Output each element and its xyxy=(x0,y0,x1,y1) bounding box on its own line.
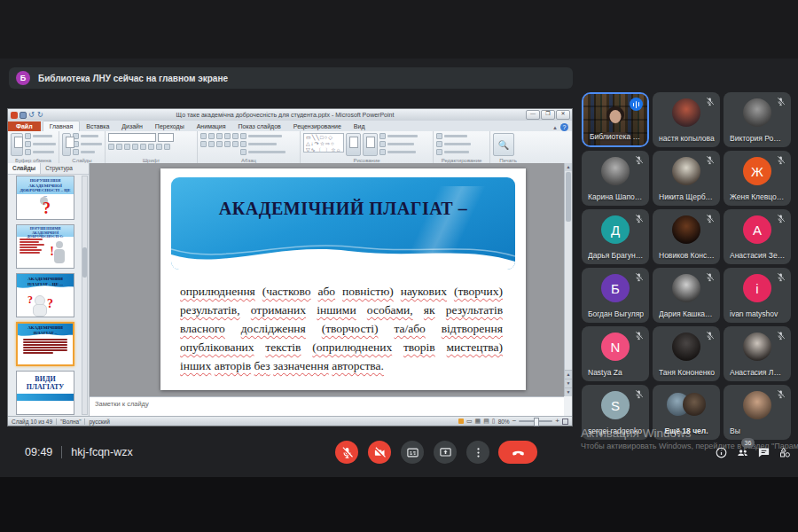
format-painter-icon[interactable] xyxy=(25,149,31,155)
minimize-button[interactable]: — xyxy=(526,110,540,120)
panel-tab-outline[interactable]: Структура xyxy=(41,163,77,174)
select-icon[interactable] xyxy=(436,149,442,155)
justify-icon[interactable] xyxy=(224,141,231,147)
zoom-in-button[interactable]: + xyxy=(555,418,559,425)
undo-icon[interactable]: ↺ xyxy=(28,112,35,119)
align-right-icon[interactable] xyxy=(216,141,223,147)
find-icon[interactable] xyxy=(436,133,442,139)
sorter-view-icon[interactable]: ▦ xyxy=(475,418,481,425)
text-direction-icon[interactable] xyxy=(240,133,246,139)
previous-slide-button[interactable]: ▲ xyxy=(565,370,572,379)
char-spacing-icon[interactable] xyxy=(148,144,154,150)
participant-tile[interactable]: ААнастасия Земля... xyxy=(724,209,791,264)
slide-title-block[interactable]: АКАДЕМІЧНИЙ ПЛАГІАТ – xyxy=(171,177,515,270)
slide-thumbnail-4-selected[interactable]: АКАДЕМІЧНИЙ ПЛАГІАТ – xyxy=(16,322,74,366)
activities-button[interactable] xyxy=(778,446,792,459)
copy-icon[interactable] xyxy=(25,141,31,147)
redo-icon[interactable]: ↻ xyxy=(37,112,44,119)
shape-outline-icon[interactable] xyxy=(379,141,386,147)
columns-icon[interactable] xyxy=(232,141,239,147)
slide-body-text[interactable]: оприлюднення (частково або повністю) нау… xyxy=(160,270,526,375)
tab-file[interactable]: Файл xyxy=(8,121,41,131)
participant-tile[interactable]: ЖЖеня Клевцович xyxy=(724,151,791,206)
participant-tile[interactable]: iivan matyshov xyxy=(724,268,791,323)
arrange-button[interactable] xyxy=(346,133,361,156)
quick-access-toolbar[interactable]: ↺ ↻ xyxy=(8,112,44,119)
align-text-icon[interactable] xyxy=(240,141,246,147)
strikethrough-icon[interactable] xyxy=(140,144,146,150)
notes-pane[interactable]: Заметки к слайду xyxy=(90,396,564,416)
participant-tile[interactable]: Карина Шаповало... xyxy=(582,151,649,206)
tab-design[interactable]: Дизайн xyxy=(115,121,149,131)
align-center-icon[interactable] xyxy=(208,141,215,147)
print-preview-icon[interactable]: 🔍 xyxy=(493,133,514,156)
mic-off-button[interactable] xyxy=(335,441,358,464)
cut-icon[interactable] xyxy=(25,133,31,139)
quick-styles-button[interactable] xyxy=(363,133,378,156)
editor-scrollbar[interactable]: ▲ ▲ ▼ ▼ xyxy=(564,163,572,396)
section-icon[interactable] xyxy=(73,149,79,155)
font-color-icon[interactable] xyxy=(164,144,170,150)
panel-tab-slides[interactable]: Слайды xyxy=(8,163,41,174)
participant-tile[interactable]: Дария Кашкарова xyxy=(653,268,720,323)
next-slide-button[interactable]: ▼ xyxy=(565,379,572,387)
paste-button[interactable] xyxy=(11,133,23,156)
shape-effects-icon[interactable] xyxy=(379,149,386,155)
font-name-box[interactable] xyxy=(108,133,156,142)
ribbon-collapse-icon[interactable]: ▲ xyxy=(552,125,558,130)
shape-fill-icon[interactable] xyxy=(379,133,386,139)
new-slide-button[interactable] xyxy=(62,133,71,156)
participant-tile[interactable]: Анастасия Любив... xyxy=(724,326,791,381)
replace-icon[interactable] xyxy=(436,141,442,147)
slide-thumbnail-5[interactable]: ВИДИ ПЛАГІАТУ xyxy=(16,371,74,415)
smartart-icon[interactable] xyxy=(240,149,246,155)
align-left-icon[interactable] xyxy=(200,141,207,147)
close-button[interactable]: ✕ xyxy=(556,110,570,120)
tab-slideshow[interactable]: Показ слайдов xyxy=(232,121,287,131)
participant-tile[interactable]: настя копылова xyxy=(653,92,720,147)
change-case-icon[interactable] xyxy=(156,144,162,150)
bullets-icon[interactable] xyxy=(200,133,207,139)
show-participants-button[interactable] xyxy=(736,446,749,459)
participant-tile[interactable]: Библиотека ЛНУ xyxy=(582,92,649,147)
tab-home[interactable]: Главная xyxy=(43,121,81,131)
font-size-box[interactable] xyxy=(158,133,174,142)
meeting-details-button[interactable] xyxy=(715,446,728,459)
shapes-gallery[interactable]: ▭╲╲□○◇△↓↷☆⇨○▽∿〔 〕☆⌂ xyxy=(303,133,344,153)
tab-animations[interactable]: Анимация xyxy=(191,121,232,131)
numbering-icon[interactable] xyxy=(208,133,215,139)
fit-to-window-icon[interactable] xyxy=(562,419,568,425)
slide-thumbnail-1[interactable]: ПОРУШЕННЯ АКАДЕМІЧНОЇ ДОБРОЧЕСНОСТІ – ЦЕ… xyxy=(16,176,74,220)
participant-tile[interactable]: ББогдан Выгуляр xyxy=(582,268,649,323)
tab-view[interactable]: Вид xyxy=(348,121,372,131)
normal-view-icon[interactable]: ▭ xyxy=(466,418,473,425)
zoom-slider[interactable] xyxy=(519,420,552,422)
indent-increase-icon[interactable] xyxy=(224,133,231,139)
slide-thumbnail-2[interactable]: ПОРУШЕННЯМИ АКАДЕМІЧНОЇ ДОБРОЧЕСНОСТІ Є:… xyxy=(16,224,74,269)
line-spacing-icon[interactable] xyxy=(232,133,239,139)
more-options-button[interactable] xyxy=(466,441,489,464)
reading-view-icon[interactable]: ▤ xyxy=(483,418,489,425)
current-slide[interactable]: АКАДЕМІЧНИЙ ПЛАГІАТ – оприлюднення (част… xyxy=(160,168,526,390)
slide-editor-area[interactable]: АКАДЕМІЧНИЙ ПЛАГІАТ – оприлюднення (част… xyxy=(90,163,564,396)
participant-tile[interactable]: ДДарья Брагунец xyxy=(582,209,649,264)
slide-thumbnail-3[interactable]: АКАДЕМІЧНИЙ ПЛАГІАТ – ЦЕ ... ? ? xyxy=(16,273,74,317)
maximize-button[interactable]: ❐ xyxy=(541,110,555,120)
end-call-button[interactable] xyxy=(498,441,537,464)
shadow-icon[interactable] xyxy=(132,144,138,150)
tab-insert[interactable]: Вставка xyxy=(80,121,115,131)
participant-tile[interactable]: Таня Кононенко xyxy=(653,326,720,381)
tab-review[interactable]: Рецензирование xyxy=(287,121,348,131)
panel-scrollbar[interactable] xyxy=(82,176,88,415)
captions-button[interactable] xyxy=(401,441,424,464)
camera-off-button[interactable] xyxy=(368,441,391,464)
participant-tile[interactable]: Новиков Констант... xyxy=(653,209,720,264)
indent-decrease-icon[interactable] xyxy=(216,133,223,139)
zoom-out-button[interactable]: − xyxy=(512,418,517,425)
bold-icon[interactable] xyxy=(108,144,114,150)
participant-tile[interactable]: Никита Щербатен... xyxy=(653,151,720,206)
chat-button[interactable] xyxy=(757,446,771,459)
tab-transitions[interactable]: Переходы xyxy=(149,121,191,131)
present-button[interactable] xyxy=(434,441,457,464)
participant-tile[interactable]: NNastya Za xyxy=(582,326,649,381)
